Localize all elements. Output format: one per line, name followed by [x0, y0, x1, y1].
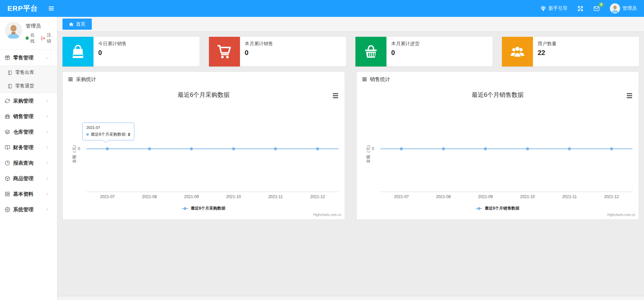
- chevron-left-icon: [45, 99, 49, 103]
- data-point-marker[interactable]: [484, 147, 487, 151]
- highcharts-credit-link[interactable]: Highcharts.com.cn: [313, 213, 341, 217]
- tooltip-header: 2021-07: [86, 126, 130, 130]
- fullscreen-button[interactable]: [578, 6, 583, 11]
- sidebar-item-sales[interactable]: 销售管理: [0, 109, 57, 124]
- purchase-chart: 最近6个月采购数据 金额（元） 0 2021-072021-082021-092…: [63, 87, 345, 219]
- stat-cards-row: 今日累计销售0本月累计销售0本月累计进货0用户数量22: [62, 37, 639, 66]
- data-point-marker[interactable]: [400, 147, 403, 151]
- sidebar-item-label: 仓库管理: [13, 129, 33, 135]
- sign-out-icon: [41, 36, 45, 40]
- panel-header: 采购统计: [63, 72, 345, 87]
- user-menu[interactable]: 管理员: [610, 3, 637, 13]
- stat-card-label: 本月累计进货: [391, 41, 420, 47]
- document-icon: [7, 84, 12, 89]
- sidebar-item-retail-outbound[interactable]: 零售出库: [0, 66, 57, 79]
- highcharts-credit-link[interactable]: Highcharts.com.cn: [607, 213, 635, 217]
- chart-context-menu-button[interactable]: [626, 92, 633, 99]
- data-point-marker[interactable]: [232, 147, 235, 151]
- sidebar-item-label: 财务管理: [13, 144, 33, 151]
- sidebar-item-basic[interactable]: 基本资料: [0, 186, 57, 202]
- data-point-marker[interactable]: [316, 147, 319, 151]
- book-icon: [5, 145, 10, 150]
- x-axis-labels: 2021-072021-082021-092021-102021-112021-…: [380, 194, 633, 200]
- sidebar-item-label: 零售管理: [13, 55, 33, 61]
- x-axis-tick-label: 2021-08: [142, 194, 157, 199]
- sidebar-item-label: 商品管理: [13, 175, 33, 182]
- online-status-dot: [26, 36, 29, 40]
- sidebar-item-label: 报表查询: [13, 160, 33, 166]
- x-axis-tick-label: 2021-09: [478, 194, 493, 199]
- legend-item[interactable]: 最近6个月销售数据: [357, 206, 639, 211]
- tooltip-series-label: 最近6个月采购数据:: [91, 132, 127, 137]
- app-logo: ERP平台: [7, 4, 38, 13]
- fullscreen-icon: [578, 6, 583, 11]
- stat-card-label: 用户数量: [538, 41, 557, 47]
- x-axis-tick-label: 2021-11: [562, 194, 577, 199]
- stat-card-value: 0: [391, 49, 420, 57]
- sidebar-item-label: 零售退货: [15, 83, 34, 89]
- sidebar-item-system[interactable]: 系统管理: [0, 202, 57, 217]
- layers-icon: [5, 129, 10, 135]
- data-point-marker[interactable]: [610, 147, 613, 151]
- stat-card-month-purchase: 本月累计进货0: [355, 37, 492, 66]
- sidebar-item-finance[interactable]: 财务管理: [0, 140, 57, 155]
- x-axis-tick-label: 2021-07: [100, 194, 115, 199]
- y-axis-tick: 0: [78, 146, 80, 151]
- shopping-bag-icon: [70, 44, 86, 60]
- grid-icon: [68, 77, 73, 82]
- briefcase-icon: [5, 114, 10, 119]
- stat-card-label: 今日累计销售: [98, 41, 127, 47]
- gear-icon: [5, 207, 10, 212]
- avatar: [5, 22, 22, 39]
- messages-button[interactable]: 0: [593, 5, 600, 12]
- chevron-left-icon: [45, 176, 49, 181]
- x-axis-tick-label: 2021-07: [394, 194, 409, 199]
- sidebar-item-retail-return[interactable]: 零售退货: [0, 79, 57, 93]
- series-line: [380, 148, 633, 149]
- tab-home[interactable]: 首页: [62, 19, 92, 30]
- stat-card-today-sales: 今日累计销售0: [62, 37, 199, 66]
- chart-tooltip: 2021-07 最近6个月采购数据: 0: [82, 122, 134, 140]
- gem-icon: [540, 6, 546, 11]
- stat-card-icon-box: [502, 37, 533, 66]
- x-axis-labels: 2021-072021-082021-092021-102021-112021-…: [86, 194, 339, 200]
- footer-divider: [57, 296, 644, 300]
- grid-icon: [362, 77, 367, 82]
- user-name: 管理员: [622, 5, 637, 11]
- sidebar-item-goods[interactable]: 商品管理: [0, 171, 57, 186]
- sidebar-item-retail[interactable]: 零售管理: [0, 50, 57, 65]
- sidebar-item-report[interactable]: 报表查询: [0, 155, 57, 171]
- y-axis-tick: 0: [372, 146, 374, 151]
- legend-marker-icon: [476, 208, 482, 209]
- stat-card-label: 本月累计销售: [245, 41, 273, 47]
- dashboard-content: 今日累计销售0本月累计销售0本月累计进货0用户数量22 采购统计 最近6个月采购…: [57, 32, 644, 296]
- beginner-guide-button[interactable]: 新手引导: [540, 5, 567, 11]
- data-point-marker[interactable]: [568, 147, 571, 151]
- data-point-marker[interactable]: [274, 147, 277, 151]
- online-status-label: 在线: [30, 32, 38, 44]
- data-point-marker[interactable]: [526, 147, 529, 151]
- chevron-left-icon: [45, 161, 49, 165]
- x-axis-line: [86, 192, 339, 192]
- legend-item[interactable]: 最近6个月采购数据: [63, 206, 345, 211]
- hamburger-menu-icon[interactable]: [48, 5, 55, 12]
- chart-title: 最近6个月采购数据: [63, 91, 345, 99]
- stat-card-icon-box: [209, 37, 240, 66]
- chevron-down-icon: [45, 56, 49, 60]
- gift-icon: [5, 55, 10, 60]
- sidebar-item-label: 销售管理: [13, 113, 33, 120]
- data-point-marker[interactable]: [190, 147, 193, 151]
- data-point-marker[interactable]: [442, 147, 445, 151]
- document-icon: [7, 70, 12, 75]
- logout-label: 注销: [47, 32, 54, 44]
- panel-header: 销售统计: [357, 72, 639, 87]
- tab-bar: 首页: [57, 17, 644, 32]
- legend-label: 最近6个月采购数据: [191, 206, 225, 211]
- chevron-left-icon: [45, 208, 49, 212]
- data-point-marker[interactable]: [148, 147, 151, 151]
- sidebar-item-purchase[interactable]: 采购管理: [0, 93, 57, 109]
- sidebar-item-warehouse[interactable]: 仓库管理: [0, 124, 57, 140]
- logout-button[interactable]: 注销: [41, 32, 54, 44]
- chart-context-menu-button[interactable]: [332, 92, 339, 99]
- data-point-marker[interactable]: [106, 147, 109, 151]
